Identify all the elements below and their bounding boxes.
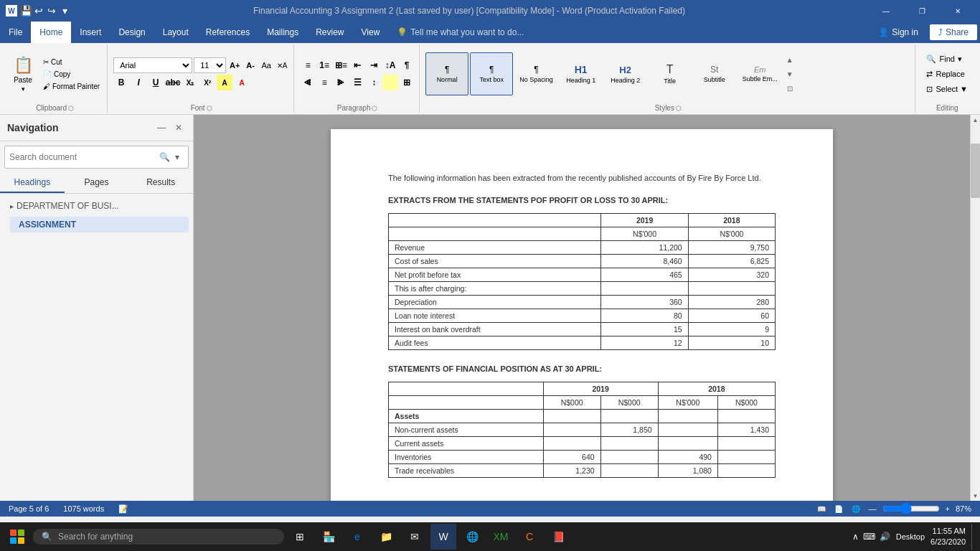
font-name-select[interactable]: Arial bbox=[113, 57, 192, 73]
store-btn[interactable]: 🏪 bbox=[316, 524, 341, 550]
tell-me-input[interactable]: 💡 bbox=[388, 22, 567, 43]
scrollbar-v[interactable]: ▲ ▼ bbox=[970, 115, 980, 501]
close-btn[interactable]: ✕ bbox=[941, 0, 974, 22]
paste-btn[interactable]: 📋 Paste ▾ bbox=[7, 52, 39, 96]
save-btn[interactable]: 💾 bbox=[22, 6, 30, 15]
task-view-btn[interactable]: ⊞ bbox=[287, 524, 313, 550]
font-size-select[interactable]: 11 bbox=[194, 57, 226, 73]
bullets-btn[interactable]: ≡ bbox=[300, 57, 316, 73]
menu-review[interactable]: Review bbox=[307, 22, 352, 43]
minimize-btn[interactable]: — bbox=[870, 0, 903, 22]
change-case-btn[interactable]: Aa bbox=[259, 58, 273, 72]
sign-in-btn[interactable]: 👤Sign in bbox=[870, 22, 927, 43]
justify-btn[interactable]: ☰ bbox=[349, 75, 365, 90]
sort-btn[interactable]: ↕A bbox=[382, 57, 398, 73]
numbering-btn[interactable]: 1≡ bbox=[316, 57, 332, 73]
paragraph-expand[interactable]: ⬡ bbox=[372, 105, 377, 112]
style-heading2[interactable]: H2 Heading 2 bbox=[604, 52, 647, 95]
style-subtitle[interactable]: St Subtitle bbox=[693, 52, 736, 95]
scroll-down-btn[interactable]: ▼ bbox=[971, 491, 981, 501]
styles-expand-btn[interactable]: ⬡ bbox=[676, 105, 682, 112]
clipboard-expand[interactable]: ⬡ bbox=[68, 105, 74, 112]
search-box[interactable]: 🔍 ▾ bbox=[4, 146, 189, 169]
show-marks-btn[interactable]: ¶ bbox=[399, 57, 415, 73]
nav-tab-pages[interactable]: Pages bbox=[65, 173, 129, 193]
redo-btn[interactable]: ↪ bbox=[47, 6, 56, 15]
scroll-thumb[interactable] bbox=[971, 143, 980, 199]
cut-btn[interactable]: ✂ Cut bbox=[40, 57, 103, 67]
menu-view[interactable]: View bbox=[353, 22, 389, 43]
paste-dropdown[interactable]: ▾ bbox=[22, 85, 25, 93]
copy-btn[interactable]: 📄 Copy bbox=[40, 69, 103, 80]
style-normal[interactable]: ¶ Normal bbox=[425, 52, 468, 95]
start-btn[interactable] bbox=[4, 524, 30, 550]
menu-home[interactable]: Home bbox=[31, 22, 71, 43]
align-right-btn[interactable]: ⫸ bbox=[333, 75, 349, 90]
taskbar-search[interactable]: 🔍 Search for anything bbox=[33, 529, 284, 545]
zoom-slider[interactable] bbox=[882, 503, 940, 514]
search-dropdown-btn[interactable]: ▾ bbox=[171, 151, 184, 164]
style-textbox[interactable]: ¶ Text box bbox=[470, 52, 513, 95]
style-heading1[interactable]: H1 Heading 1 bbox=[560, 52, 603, 95]
zoom-minus[interactable]: — bbox=[869, 504, 877, 513]
menu-references[interactable]: References bbox=[197, 22, 258, 43]
edge-btn[interactable]: e bbox=[344, 524, 370, 550]
text-highlight-btn[interactable]: A bbox=[217, 75, 232, 90]
decrease-font-btn[interactable]: A- bbox=[243, 58, 258, 72]
superscript-btn[interactable]: X² bbox=[199, 75, 215, 90]
nav-minimize-btn[interactable]: — bbox=[154, 121, 169, 135]
zoom-plus[interactable]: + bbox=[946, 504, 950, 513]
increase-font-btn[interactable]: A+ bbox=[227, 58, 242, 72]
multilevel-btn[interactable]: ⊞≡ bbox=[333, 57, 349, 73]
align-center-btn[interactable]: ≡ bbox=[316, 75, 332, 90]
align-left-btn[interactable]: ⫷ bbox=[300, 75, 316, 90]
read-mode-btn[interactable]: 📖 bbox=[814, 503, 829, 514]
xm-btn[interactable]: XM bbox=[488, 524, 514, 550]
clear-format-btn[interactable]: ✕A bbox=[275, 58, 289, 72]
styles-scroll-up[interactable]: ▲ bbox=[784, 52, 796, 67]
menu-design[interactable]: Design bbox=[110, 22, 154, 43]
share-btn[interactable]: ⤴Share bbox=[930, 24, 977, 40]
subscript-btn[interactable]: X₂ bbox=[182, 75, 198, 90]
print-layout-btn[interactable]: 📄 bbox=[831, 503, 846, 514]
nav-heading-dept[interactable]: ▸ DEPARTMENT OF BUSI... bbox=[4, 198, 189, 214]
acrobat-btn[interactable]: 📕 bbox=[545, 524, 571, 550]
style-nospacing[interactable]: ¶ No Spacing bbox=[514, 52, 558, 95]
line-spacing-btn[interactable]: ↕ bbox=[366, 75, 382, 90]
restore-btn[interactable]: ❐ bbox=[905, 0, 938, 22]
volume-icon[interactable]: 🔊 bbox=[880, 532, 890, 542]
taskbar-clock[interactable]: 11:55 AM 6/23/2020 bbox=[930, 526, 966, 548]
chrome-btn[interactable]: 🌐 bbox=[459, 524, 485, 550]
bold-btn[interactable]: B bbox=[113, 75, 129, 90]
shading-btn[interactable] bbox=[382, 75, 398, 90]
nav-tab-results[interactable]: Results bbox=[128, 173, 193, 193]
strikethrough-btn[interactable]: abc bbox=[165, 75, 181, 90]
word-taskbar-btn[interactable]: W bbox=[430, 524, 456, 550]
menu-layout[interactable]: Layout bbox=[154, 22, 197, 43]
desktop-btn[interactable]: Desktop bbox=[896, 532, 925, 541]
styles-scroll-down[interactable]: ▼ bbox=[784, 67, 796, 81]
customize-btn[interactable]: ▾ bbox=[60, 6, 69, 15]
nav-tab-headings[interactable]: Headings bbox=[0, 173, 65, 193]
menu-insert[interactable]: Insert bbox=[71, 22, 110, 43]
font-color-btn[interactable]: A bbox=[234, 75, 250, 90]
c-btn[interactable]: C bbox=[517, 524, 542, 550]
replace-btn[interactable]: ⇄ Replace bbox=[921, 67, 973, 81]
select-btn[interactable]: ⊡ Select ▼ bbox=[921, 83, 973, 96]
nav-close-btn[interactable]: ✕ bbox=[171, 121, 186, 135]
styles-expand[interactable]: ⊡ bbox=[784, 81, 796, 95]
web-layout-btn[interactable]: 🌐 bbox=[849, 503, 863, 514]
menu-file[interactable]: File bbox=[0, 22, 31, 43]
search-icon-btn[interactable]: 🔍 bbox=[158, 151, 171, 164]
mail-btn[interactable]: ✉ bbox=[402, 524, 428, 550]
nav-heading-assignment[interactable]: ASSIGNMENT bbox=[10, 217, 189, 232]
undo-btn[interactable]: ↩ bbox=[34, 6, 43, 15]
decrease-indent-btn[interactable]: ⇤ bbox=[349, 57, 365, 73]
explorer-btn[interactable]: 📁 bbox=[373, 524, 399, 550]
underline-btn[interactable]: U bbox=[148, 75, 164, 90]
menu-mailings[interactable]: Mailings bbox=[258, 22, 307, 43]
increase-indent-btn[interactable]: ⇥ bbox=[366, 57, 382, 73]
borders-btn[interactable]: ⊞ bbox=[399, 75, 415, 90]
style-subtleem[interactable]: Em Subtle Em... bbox=[738, 52, 783, 95]
italic-btn[interactable]: I bbox=[131, 75, 146, 90]
